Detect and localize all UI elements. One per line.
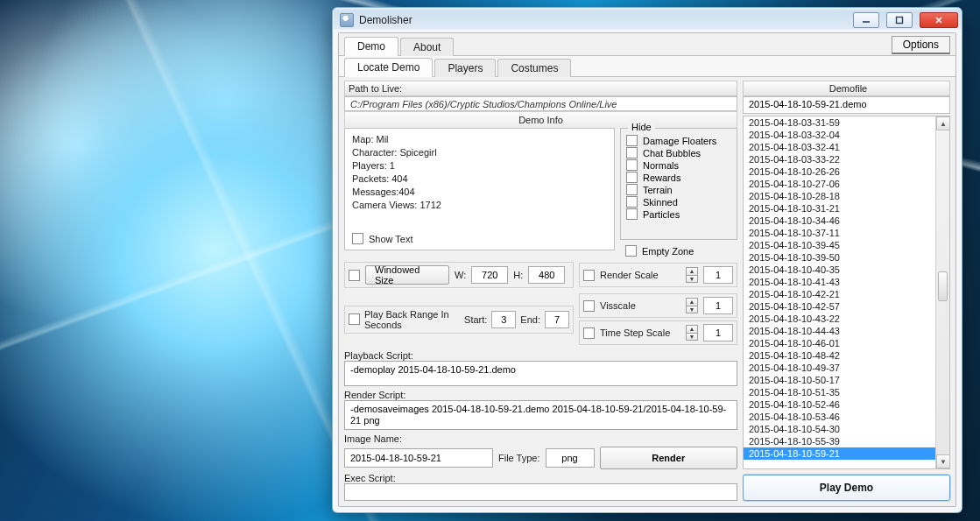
list-item[interactable]: 2015-04-18-10-59-21 — [744, 447, 935, 460]
info-messages: Messages:404 — [352, 187, 607, 197]
left-panel: Path to Live: C:/Program Files (x86)/Cry… — [339, 77, 743, 506]
exec-script-label: Exec Script: — [344, 473, 737, 483]
list-item[interactable]: 2015-04-18-10-50-17 — [744, 374, 935, 386]
list-item[interactable]: 2015-04-18-10-39-45 — [744, 239, 935, 251]
list-item[interactable]: 2015-04-18-10-39-50 — [744, 251, 935, 264]
info-character: Character: Spicegirl — [352, 147, 607, 158]
titlebar[interactable]: Demolisher — [333, 8, 962, 32]
demofile-list[interactable]: 2015-04-18-03-31-592015-04-18-03-32-0420… — [744, 116, 935, 468]
list-item[interactable]: 2015-04-18-03-32-41 — [744, 141, 935, 153]
svg-rect-0 — [897, 18, 903, 24]
list-item[interactable]: 2015-04-18-10-42-57 — [744, 300, 935, 313]
hide-item: Skinned — [626, 196, 731, 208]
minimize-button[interactable] — [853, 12, 879, 28]
render-script-field[interactable]: -demosaveimages 2015-04-18-10-59-21.demo… — [344, 400, 737, 430]
subtab-costumes[interactable]: Costumes — [497, 59, 571, 77]
hide-checkbox[interactable] — [626, 196, 638, 208]
list-item[interactable]: 2015-04-18-03-31-59 — [744, 116, 935, 129]
list-item[interactable]: 2015-04-18-10-42-21 — [744, 288, 935, 300]
list-item[interactable]: 2015-04-18-10-53-46 — [744, 411, 935, 423]
subtab-locate-demo[interactable]: Locate Demo — [344, 58, 433, 77]
list-item[interactable]: 2015-04-18-10-40-35 — [744, 264, 935, 276]
info-players: Players: 1 — [352, 160, 607, 171]
visscale-checkbox[interactable] — [583, 300, 595, 312]
hide-item: Rewards — [626, 172, 731, 183]
list-item[interactable]: 2015-04-18-10-28-18 — [744, 190, 935, 202]
list-item[interactable]: 2015-04-18-10-31-21 — [744, 202, 935, 215]
playback-range-label: Play Back Range In Seconds — [364, 309, 460, 330]
timestep-spinner[interactable]: ▲▼ — [686, 325, 698, 341]
list-item[interactable]: 2015-04-18-10-44-43 — [744, 325, 935, 337]
width-input[interactable] — [471, 266, 508, 284]
render-scale-label: Render Scale — [600, 270, 680, 280]
render-scale-input[interactable] — [703, 266, 733, 284]
client-area: Demo About Options Locate Demo Players C… — [338, 32, 956, 507]
hide-item-label: Chat Bubbles — [643, 148, 701, 158]
options-button[interactable]: Options — [892, 36, 950, 54]
render-scale-checkbox[interactable] — [583, 270, 595, 281]
windowed-size-button[interactable]: Windowed Size — [365, 265, 449, 285]
list-scrollbar[interactable]: ▲ ▼ — [935, 116, 949, 468]
timestep-input[interactable] — [703, 324, 733, 341]
close-button[interactable] — [920, 12, 958, 28]
hide-item: Damage Floaters — [626, 135, 731, 146]
image-name-input[interactable] — [344, 448, 493, 468]
list-item[interactable]: 2015-04-18-03-32-04 — [744, 129, 935, 141]
play-demo-button[interactable]: Play Demo — [743, 475, 950, 501]
playback-range-checkbox[interactable] — [349, 313, 360, 325]
render-scale-spinner[interactable]: ▲▼ — [686, 267, 698, 283]
list-item[interactable]: 2015-04-18-10-51-35 — [744, 386, 935, 398]
list-item[interactable]: 2015-04-18-10-48-42 — [744, 349, 935, 362]
list-item[interactable]: 2015-04-18-10-52-46 — [744, 398, 935, 411]
hide-checkbox[interactable] — [626, 159, 638, 171]
list-item[interactable]: 2015-04-18-10-54-30 — [744, 423, 935, 435]
list-item[interactable]: 2015-04-18-10-26-26 — [744, 165, 935, 178]
list-item[interactable]: 2015-04-18-10-55-39 — [744, 435, 935, 447]
hide-group: Hide Damage FloatersChat BubblesNormalsR… — [620, 128, 737, 240]
list-item[interactable]: 2015-04-18-10-37-11 — [744, 227, 935, 239]
playback-script-field[interactable]: -demoplay 2015-04-18-10-59-21.demo — [344, 361, 737, 386]
hide-checkbox[interactable] — [626, 135, 638, 146]
demofile-current[interactable]: 2015-04-18-10-59-21.demo — [743, 96, 950, 114]
height-input[interactable] — [528, 266, 565, 284]
scroll-down-icon[interactable]: ▼ — [936, 454, 950, 468]
show-text-checkbox[interactable] — [352, 233, 363, 244]
render-button[interactable]: Render — [600, 447, 738, 469]
list-item[interactable]: 2015-04-18-10-41-43 — [744, 276, 935, 288]
image-name-label: Image Name: — [344, 433, 737, 444]
scroll-thumb[interactable] — [938, 271, 948, 301]
maximize-button[interactable] — [886, 12, 913, 28]
hide-checkbox[interactable] — [626, 147, 638, 158]
start-input[interactable] — [491, 311, 516, 328]
visscale-spinner[interactable]: ▲▼ — [686, 298, 698, 313]
end-input[interactable] — [545, 311, 569, 328]
hide-checkbox[interactable] — [626, 208, 638, 220]
hide-checkbox[interactable] — [626, 172, 638, 183]
list-item[interactable]: 2015-04-18-10-49-37 — [744, 362, 935, 374]
window-title: Demolisher — [359, 14, 412, 26]
demo-info-box: Map: Mil Character: Spicegirl Players: 1… — [344, 128, 615, 250]
tab-about[interactable]: About — [400, 38, 454, 56]
empty-zone-checkbox[interactable] — [625, 245, 637, 257]
scroll-up-icon[interactable]: ▲ — [936, 116, 950, 130]
list-item[interactable]: 2015-04-18-10-34-46 — [744, 215, 935, 227]
hide-item-label: Damage Floaters — [643, 136, 716, 146]
list-item[interactable]: 2015-04-18-10-46-01 — [744, 337, 935, 349]
timestep-checkbox[interactable] — [583, 327, 595, 339]
info-packets: Packets: 404 — [352, 173, 607, 184]
exec-script-input[interactable] — [344, 483, 737, 501]
file-type-input[interactable] — [546, 448, 595, 468]
windowed-size-checkbox[interactable] — [349, 270, 360, 281]
path-field[interactable]: C:/Program Files (x86)/Cryptic Studios/C… — [344, 96, 737, 111]
render-script-label: Render Script: — [344, 390, 737, 400]
start-label: Start: — [464, 314, 487, 325]
list-item[interactable]: 2015-04-18-03-33-22 — [744, 153, 935, 165]
tab-demo[interactable]: Demo — [344, 37, 398, 56]
hide-checkbox[interactable] — [626, 184, 638, 195]
visscale-input[interactable] — [703, 297, 733, 314]
list-item[interactable]: 2015-04-18-10-43-22 — [744, 313, 935, 325]
hide-item-label: Skinned — [643, 197, 678, 208]
subtab-players[interactable]: Players — [434, 59, 496, 77]
main-tabstrip: Demo About Options — [339, 33, 955, 56]
list-item[interactable]: 2015-04-18-10-27-06 — [744, 178, 935, 190]
